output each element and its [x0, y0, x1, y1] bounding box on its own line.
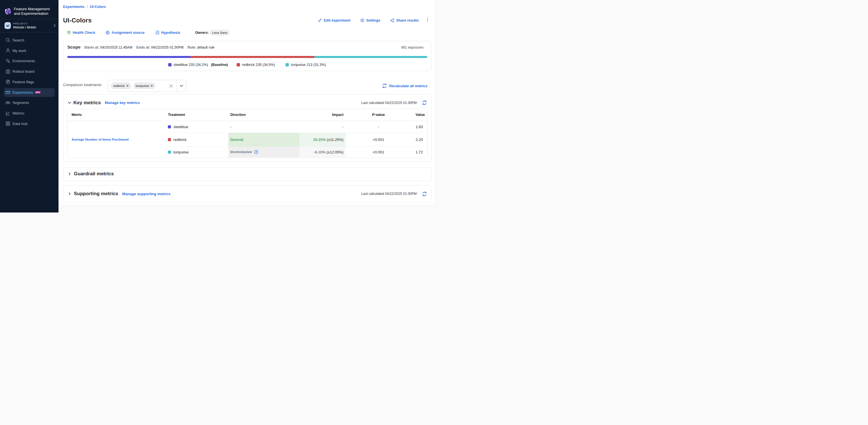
svg-text:?: ? — [255, 151, 257, 153]
